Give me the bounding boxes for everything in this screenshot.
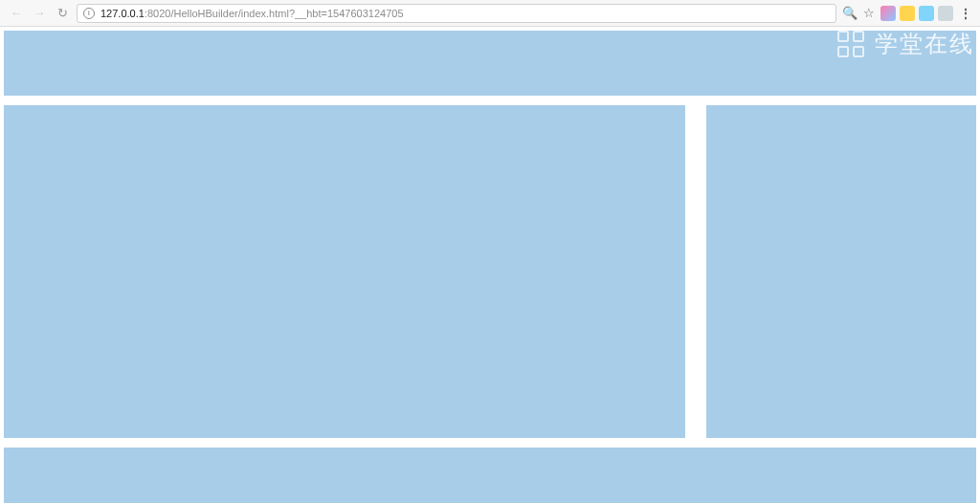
- back-button[interactable]: ←: [8, 5, 25, 22]
- forward-button[interactable]: →: [31, 5, 48, 22]
- extension-icon-1[interactable]: [880, 6, 896, 21]
- main-content-block: [4, 105, 685, 438]
- page-layout: [0, 27, 980, 503]
- url-host: 127.0.0.1: [100, 8, 145, 19]
- browser-menu-icon[interactable]: ⋮: [957, 6, 972, 21]
- reload-button[interactable]: ↻: [54, 5, 71, 22]
- url-path: :8020/HelloHBuilder/index.html?__hbt=154…: [145, 8, 404, 19]
- sidebar-block: [706, 105, 976, 438]
- browser-toolbar: ← → ↻ i 127.0.0.1:8020/HelloHBuilder/ind…: [0, 0, 980, 27]
- address-bar[interactable]: i 127.0.0.1:8020/HelloHBuilder/index.htm…: [77, 4, 836, 23]
- extension-icon-4[interactable]: [938, 6, 953, 21]
- middle-row: [4, 105, 976, 438]
- page-viewport: 学堂在线: [0, 27, 980, 503]
- zoom-icon[interactable]: 🔍: [842, 6, 858, 21]
- site-info-icon[interactable]: i: [83, 8, 95, 19]
- footer-block: [4, 448, 976, 503]
- header-block: [4, 31, 976, 96]
- toolbar-right-icons: 🔍 ☆ ⋮: [842, 6, 972, 21]
- bookmark-star-icon[interactable]: ☆: [861, 6, 877, 21]
- url-text: 127.0.0.1:8020/HelloHBuilder/index.html?…: [100, 8, 404, 19]
- extension-icon-2[interactable]: [900, 6, 915, 21]
- extension-icon-3[interactable]: [919, 6, 934, 21]
